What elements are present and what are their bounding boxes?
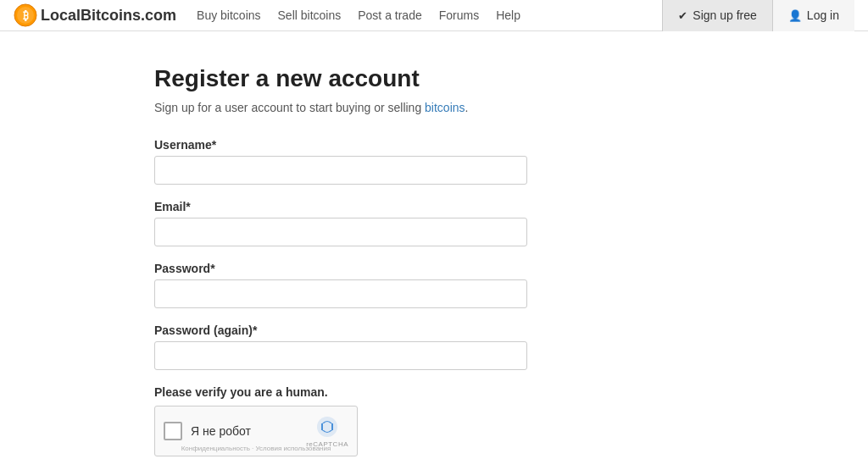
main-content: Register a new account Sign up for a use…	[137, 31, 731, 459]
captcha-checkbox[interactable]	[164, 422, 182, 440]
logo-icon: ₿	[14, 3, 37, 27]
signup-button[interactable]: ✔ Sign up free	[662, 0, 772, 31]
username-group: Username*	[154, 138, 714, 185]
nav-help[interactable]: Help	[496, 8, 520, 22]
checkmark-icon: ✔	[678, 9, 687, 22]
password-again-label: Password (again)*	[154, 324, 714, 337]
page-title: Register a new account	[154, 65, 714, 92]
login-label: Log in	[807, 8, 839, 22]
nav-links: Buy bitcoins Sell bitcoins Post a trade …	[197, 8, 662, 22]
recaptcha-icon	[315, 415, 339, 439]
subtitle-link[interactable]: bitcoins	[425, 101, 465, 114]
nav-post-trade[interactable]: Post a trade	[358, 8, 422, 22]
password-again-group: Password (again)*	[154, 324, 714, 370]
person-icon: 👤	[788, 9, 802, 22]
logo-link[interactable]: ₿ LocalBitcoins.com	[14, 3, 176, 27]
username-label: Username*	[154, 138, 714, 152]
email-input[interactable]	[154, 218, 527, 246]
username-input[interactable]	[154, 156, 527, 185]
captcha-widget[interactable]: Я не робот reCAPTCHA Конфиденциальность …	[154, 406, 358, 456]
captcha-text: Я не робот	[191, 424, 299, 438]
login-button[interactable]: 👤 Log in	[772, 0, 854, 31]
svg-text:₿: ₿	[23, 9, 29, 22]
email-group: Email*	[154, 200, 714, 246]
nav-forums[interactable]: Forums	[439, 8, 479, 22]
signup-label: Sign up free	[693, 8, 757, 22]
subtitle-text: Sign up for a user account to start buyi…	[154, 101, 425, 114]
email-label: Email*	[154, 200, 714, 213]
password-again-input[interactable]	[154, 341, 527, 370]
password-label: Password*	[154, 262, 714, 275]
nav-actions: ✔ Sign up free 👤 Log in	[662, 0, 854, 30]
subtitle: Sign up for a user account to start buyi…	[154, 101, 714, 114]
nav-buy-bitcoins[interactable]: Buy bitcoins	[197, 8, 260, 22]
register-form: Username* Email* Password* Password (aga…	[154, 138, 714, 459]
password-group: Password*	[154, 262, 714, 308]
nav-sell-bitcoins[interactable]: Sell bitcoins	[278, 8, 342, 22]
captcha-footer: Конфиденциальность · Условия использован…	[155, 445, 357, 452]
logo-text: LocalBitcoins.com	[41, 7, 176, 25]
password-input[interactable]	[154, 279, 527, 308]
navbar: ₿ LocalBitcoins.com Buy bitcoins Sell bi…	[0, 0, 868, 31]
recaptcha-logo: reCAPTCHA	[306, 415, 348, 448]
captcha-label: Please verify you are a human.	[154, 385, 714, 399]
